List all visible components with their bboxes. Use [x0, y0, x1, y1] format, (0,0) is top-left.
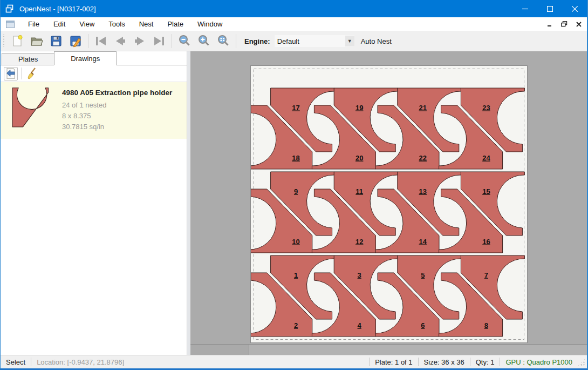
- mdi-minimize-button[interactable]: [543, 19, 556, 30]
- engine-combobox[interactable]: Default ▼: [275, 35, 354, 47]
- go-previous-button[interactable]: [111, 33, 130, 49]
- engine-value: Default: [275, 37, 345, 45]
- return-drawing-button[interactable]: [4, 67, 18, 80]
- part-number-label: 16: [482, 238, 490, 246]
- menu-file[interactable]: File: [21, 18, 46, 30]
- toolbar-separator: [236, 34, 236, 48]
- save-as-button[interactable]: [66, 33, 85, 49]
- zoom-extents-icon: [216, 34, 230, 48]
- part-number-label: 10: [292, 238, 299, 246]
- go-next-icon: [133, 35, 147, 47]
- status-mode: Select: [1, 358, 31, 366]
- clean-button[interactable]: [25, 67, 39, 80]
- resize-grip[interactable]: [578, 359, 585, 366]
- menu-edit[interactable]: Edit: [46, 18, 72, 30]
- drawing-item-title: 4980 A05 Extraction pipe holder: [62, 89, 172, 97]
- maximize-button[interactable]: [537, 0, 562, 17]
- drawing-item-nested: 24 of 1 nested: [62, 101, 172, 109]
- tab-drawings[interactable]: Drawings: [54, 51, 117, 65]
- menu-plate[interactable]: Plate: [160, 18, 190, 30]
- part-number-label: 3: [358, 271, 361, 279]
- plate-sheet[interactable]: 171819202122232491011121314151612345678: [250, 65, 528, 343]
- zoom-in-button[interactable]: [194, 33, 214, 49]
- menu-window[interactable]: Window: [190, 18, 229, 30]
- nesting-canvas[interactable]: 171819202122232491011121314151612345678: [190, 51, 587, 355]
- part-number-label: 7: [484, 271, 488, 279]
- status-plate: Plate: 1 of 1: [370, 358, 418, 366]
- app-window: OpenNest - [N0317-002] File Edit View To…: [0, 0, 588, 370]
- nest-layout-svg: 171819202122232491011121314151612345678: [251, 66, 527, 342]
- menu-view[interactable]: View: [72, 18, 101, 30]
- part-number-label: 21: [419, 104, 427, 112]
- open-file-button[interactable]: [27, 33, 46, 49]
- part-number-label: 19: [355, 104, 363, 112]
- new-file-icon: [11, 35, 24, 48]
- toolbar-separator: [21, 68, 22, 79]
- go-last-button[interactable]: [149, 33, 169, 49]
- status-size: Size: 36 x 36: [419, 358, 470, 366]
- go-last-icon: [152, 35, 166, 47]
- go-first-button[interactable]: [91, 33, 111, 49]
- part-number-label: 24: [482, 154, 490, 162]
- status-bar: Select Location: [-0.9437, 21.8796] Plat…: [1, 355, 587, 368]
- close-button[interactable]: [562, 0, 587, 17]
- save-as-icon: [69, 35, 82, 48]
- drawing-item-area: 30.7815 sq/in: [62, 123, 172, 131]
- menu-bar: File Edit View Tools Nest Plate Window: [1, 17, 587, 31]
- chevron-down-icon[interactable]: ▼: [345, 36, 354, 46]
- drawings-panel: Plates Drawings: [1, 51, 187, 355]
- scrollbar-track[interactable]: [190, 345, 249, 355]
- app-icon: [5, 4, 15, 13]
- part-number-label: 8: [484, 321, 488, 329]
- window-title: OpenNest - [N0317-002]: [19, 5, 96, 13]
- zoom-out-button[interactable]: [175, 33, 194, 49]
- panel-splitter[interactable]: [187, 51, 190, 355]
- drawings-toolbar: [1, 65, 187, 82]
- main-area: Plates Drawings: [1, 51, 587, 355]
- mdi-restore-button[interactable]: [558, 19, 571, 30]
- drawing-item-info: 4980 A05 Extraction pipe holder 24 of 1 …: [62, 86, 172, 133]
- new-file-button[interactable]: [8, 33, 27, 49]
- part-number-label: 20: [355, 154, 363, 162]
- part-number-label: 6: [421, 321, 425, 329]
- scrollbar-divider: [249, 345, 249, 355]
- part-number-label: 12: [355, 238, 363, 246]
- go-first-icon: [94, 35, 108, 47]
- zoom-out-icon: [177, 34, 192, 48]
- part-number-label: 13: [419, 187, 427, 196]
- part-number-label: 18: [292, 154, 299, 162]
- part-number-label: 11: [355, 187, 363, 196]
- part-number-label: 9: [294, 187, 298, 196]
- toolbar-grip[interactable]: [3, 35, 5, 48]
- save-button[interactable]: [46, 33, 66, 49]
- auto-nest-label[interactable]: Auto Nest: [361, 37, 392, 45]
- menu-nest[interactable]: Nest: [132, 18, 161, 30]
- part-number-label: 1: [294, 271, 298, 279]
- part-number-label: 15: [482, 187, 490, 196]
- minimize-button[interactable]: [512, 0, 537, 17]
- canvas-scrollbar-strip[interactable]: [190, 344, 587, 355]
- engine-label: Engine:: [244, 37, 270, 45]
- menu-tools[interactable]: Tools: [101, 18, 132, 30]
- zoom-extents-button[interactable]: [214, 33, 233, 49]
- part-number-label: 14: [419, 238, 427, 246]
- tab-plates[interactable]: Plates: [2, 53, 54, 65]
- part-number-label: 22: [419, 154, 427, 162]
- panel-tabs: Plates Drawings: [1, 51, 187, 65]
- go-previous-icon: [113, 35, 127, 47]
- mdi-close-button[interactable]: [572, 19, 585, 30]
- part-number-label: 2: [294, 321, 298, 329]
- open-folder-icon: [30, 35, 44, 48]
- drawing-item-size: 8 x 8.375: [62, 112, 172, 120]
- save-icon: [50, 35, 63, 48]
- go-next-button[interactable]: [130, 33, 149, 49]
- document-window-icon[interactable]: [6, 21, 15, 28]
- zoom-in-icon: [197, 34, 211, 48]
- broom-icon: [26, 67, 38, 80]
- drawing-list-item[interactable]: 4980 A05 Extraction pipe holder 24 of 1 …: [1, 82, 187, 139]
- part-thumbnail: [7, 86, 54, 133]
- title-bar: OpenNest - [N0317-002]: [1, 0, 587, 17]
- part-number-label: 4: [358, 321, 362, 329]
- page-back-arrow-icon: [5, 68, 16, 79]
- status-gpu: GPU : Quadro P1000: [500, 358, 578, 366]
